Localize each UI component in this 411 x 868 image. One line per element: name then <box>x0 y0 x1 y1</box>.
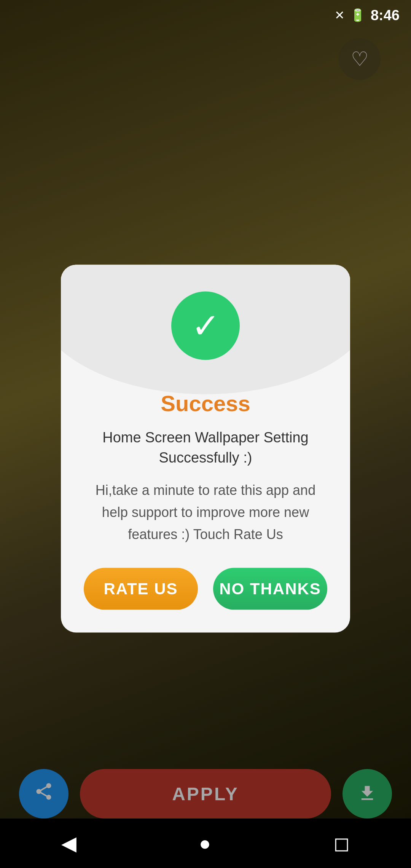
dialog-subtitle: Home Screen Wallpaper Setting Successful… <box>84 428 327 468</box>
home-button[interactable]: ● <box>199 832 211 855</box>
recents-icon: ◻ <box>333 832 350 855</box>
dialog-message: Hi,take a minute to rate this app and he… <box>84 479 327 545</box>
home-icon: ● <box>199 832 211 855</box>
dialog-top-area: ✓ <box>61 265 350 372</box>
recents-button[interactable]: ◻ <box>333 832 350 855</box>
status-time: 8:46 <box>371 7 400 24</box>
checkmark-icon: ✓ <box>191 309 220 343</box>
dialog-title: Success <box>84 391 327 416</box>
signal-icon: ✕ <box>335 8 345 22</box>
success-circle: ✓ <box>171 292 240 360</box>
rate-us-button[interactable]: RATE US <box>84 568 198 610</box>
dialog-content: Success Home Screen Wallpaper Setting Su… <box>61 372 350 545</box>
dialog-buttons: RATE US NO THANKS <box>61 568 350 610</box>
back-icon: ◀ <box>61 832 76 855</box>
battery-icon: 🔋 <box>350 8 365 22</box>
status-bar: ✕ 🔋 8:46 <box>0 0 411 30</box>
success-dialog: ✓ Success Home Screen Wallpaper Setting … <box>61 265 350 633</box>
no-thanks-button[interactable]: NO THANKS <box>213 568 327 610</box>
navigation-bar: ◀ ● ◻ <box>0 819 411 868</box>
back-button[interactable]: ◀ <box>61 832 76 855</box>
